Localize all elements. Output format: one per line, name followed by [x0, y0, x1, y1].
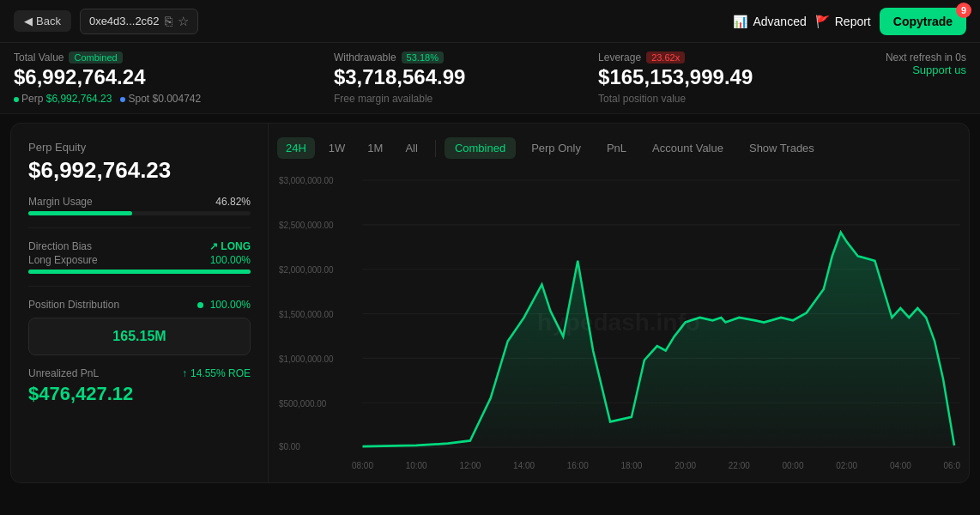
- exposure-label: Long Exposure: [28, 254, 98, 266]
- arrow-up-icon: ↗: [209, 240, 218, 252]
- svg-text:16:00: 16:00: [567, 460, 589, 471]
- advanced-button[interactable]: 📊 Advanced: [733, 15, 806, 28]
- report-label: Report: [835, 15, 871, 28]
- main-panel: Perp Equity $6,992,764.23 Margin Usage 4…: [10, 123, 970, 483]
- stats-bar: Total Value Combined $6,992,764.24 Perp …: [0, 43, 980, 114]
- address-badge: 0xe4d3...2c62 ⎘ ☆: [80, 9, 198, 34]
- unrealized-row: Unrealized PnL ↑ 14.55% ROE: [28, 367, 251, 379]
- combined-tag: Combined: [69, 52, 122, 64]
- view-account-value-button[interactable]: Account Value: [642, 137, 734, 159]
- nav-left: ◀ Back 0xe4d3...2c62 ⎘ ☆: [14, 9, 198, 34]
- pos-bar-value: 165.15M: [112, 329, 166, 343]
- report-button[interactable]: 🚩 Report: [815, 15, 871, 28]
- leverage-group: Leverage 23.62x $165,153,999.49 Total po…: [598, 52, 753, 105]
- pos-dot-icon: [197, 302, 203, 308]
- position-bar-button[interactable]: 165.15M: [28, 318, 251, 355]
- svg-text:$500,000.00: $500,000.00: [279, 397, 326, 409]
- copy-address-button[interactable]: ⎘: [165, 14, 172, 28]
- chart-area: 24H 1W 1M All Combined Perp Only PnL Acc…: [269, 124, 969, 482]
- roe-value: 14.55% ROE: [191, 367, 251, 379]
- svg-text:00:00: 00:00: [783, 460, 804, 471]
- refresh-group: Next refresh in 0s Support us: [886, 52, 966, 76]
- svg-text:08:00: 08:00: [352, 460, 373, 471]
- divider-2: [28, 286, 251, 287]
- time-all-button[interactable]: All: [396, 137, 426, 159]
- left-sidebar: Perp Equity $6,992,764.23 Margin Usage 4…: [11, 124, 269, 482]
- unrealized-roe: ↑ 14.55% ROE: [182, 367, 251, 379]
- time-1m-button[interactable]: 1M: [359, 137, 391, 159]
- svg-text:14:00: 14:00: [513, 460, 535, 471]
- exposure-pct: 100.00%: [210, 254, 251, 266]
- withdrawable-value: $3,718,564.99: [334, 65, 465, 89]
- advanced-label: Advanced: [753, 15, 806, 28]
- divider-1: [28, 227, 251, 228]
- long-badge: ↗ LONG: [209, 240, 251, 252]
- back-button[interactable]: ◀ Back: [14, 10, 71, 32]
- svg-text:20:00: 20:00: [675, 460, 696, 471]
- margin-progress-bg: [28, 211, 251, 215]
- chart-controls: 24H 1W 1M All Combined Perp Only PnL Acc…: [277, 137, 960, 159]
- view-show-trades-button[interactable]: Show Trades: [739, 137, 825, 159]
- withdrawable-pct-tag: 53.18%: [402, 52, 444, 64]
- copytrade-label: Copytrade: [893, 15, 953, 28]
- star-button[interactable]: ☆: [178, 14, 189, 29]
- leverage-label: Leverage: [598, 52, 641, 64]
- exposure-progress-bg: [28, 270, 251, 274]
- equity-value: $6,992,764.23: [28, 157, 251, 184]
- direction-value: LONG: [221, 240, 251, 252]
- total-value-label: Total Value: [14, 52, 64, 64]
- back-label: Back: [36, 15, 61, 27]
- exposure-progress-fill: [28, 270, 251, 274]
- time-1w-button[interactable]: 1W: [320, 137, 354, 159]
- time-24h-button[interactable]: 24H: [277, 137, 315, 159]
- svg-marker-26: [363, 233, 955, 447]
- margin-usage-row: Margin Usage 46.82%: [28, 196, 251, 208]
- svg-text:04:00: 04:00: [890, 460, 911, 471]
- exposure-row: Long Exposure 100.00%: [28, 254, 251, 266]
- svg-text:10:00: 10:00: [406, 460, 427, 471]
- pos-dist-val: 100.00%: [197, 299, 251, 311]
- chart-container: hypedash.info $3,000,000.00 $2,500,000.0…: [277, 171, 960, 474]
- back-arrow-icon: ◀: [24, 15, 33, 27]
- leverage-value: $165,153,999.49: [598, 65, 753, 89]
- main-chart: $3,000,000.00 $2,500,000.00 $2,000,000.0…: [277, 171, 960, 474]
- svg-text:18:00: 18:00: [620, 460, 642, 471]
- margin-usage-pct: 46.82%: [215, 196, 251, 208]
- pos-dist-pct: 100.00%: [210, 299, 251, 311]
- margin-progress-fill: [28, 211, 132, 215]
- withdrawable-desc: Free margin available: [334, 93, 465, 105]
- svg-text:02:00: 02:00: [836, 460, 857, 471]
- perp-label: Perp: [21, 93, 43, 105]
- chart-bar-icon: 📊: [733, 15, 747, 28]
- spot-value: $0.004742: [152, 93, 201, 105]
- total-value-sub: Perp $6,992,764.23 Spot $0.004742: [14, 93, 201, 105]
- total-value: $6,992,764.24: [14, 65, 201, 89]
- spot-label: Spot: [128, 93, 149, 105]
- svg-text:$1,500,000.00: $1,500,000.00: [279, 308, 334, 319]
- next-refresh-text: Next refresh in 0s: [886, 52, 966, 64]
- view-combined-button[interactable]: Combined: [445, 137, 516, 159]
- withdrawable-label: Withdrawable: [334, 52, 396, 64]
- svg-text:$3,000,000.00: $3,000,000.00: [279, 175, 334, 186]
- roe-arrow-icon: ↑: [182, 367, 187, 379]
- leverage-desc: Total position value: [598, 93, 753, 105]
- star-icon: ☆: [178, 14, 189, 28]
- view-pnl-button[interactable]: PnL: [596, 137, 637, 159]
- copytrade-button[interactable]: Copytrade 9: [880, 8, 966, 35]
- unrealized-value: $476,427.12: [28, 383, 251, 405]
- withdrawable-group: Withdrawable 53.18% $3,718,564.99 Free m…: [334, 52, 465, 105]
- svg-text:$2,500,000.00: $2,500,000.00: [279, 220, 334, 231]
- svg-text:$2,000,000.00: $2,000,000.00: [279, 264, 334, 276]
- pos-dist-label: Position Distribution: [28, 299, 119, 311]
- support-us-link[interactable]: Support us: [912, 64, 966, 76]
- top-nav: ◀ Back 0xe4d3...2c62 ⎘ ☆ 📊 Advanced 🚩 Re…: [0, 0, 980, 43]
- direction-label: Direction Bias: [28, 240, 92, 252]
- view-perp-only-button[interactable]: Perp Only: [521, 137, 591, 159]
- total-value-group: Total Value Combined $6,992,764.24 Perp …: [14, 52, 201, 105]
- svg-text:12:00: 12:00: [459, 460, 481, 471]
- leverage-tag: 23.62x: [646, 52, 685, 64]
- pos-dist-header: Position Distribution 100.00%: [28, 299, 251, 311]
- svg-text:$1,000,000.00: $1,000,000.00: [279, 353, 334, 364]
- margin-usage-label: Margin Usage: [28, 196, 93, 208]
- perp-value: $6,992,764.23: [46, 93, 112, 105]
